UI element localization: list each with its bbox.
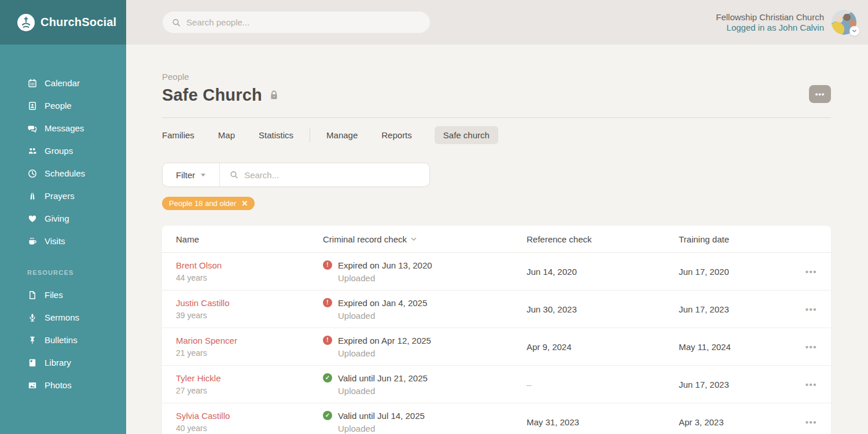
- sidebar-item-label: Photos: [45, 380, 72, 390]
- filter-label: Filter: [176, 170, 195, 180]
- sidebar-item-messages[interactable]: Messages: [27, 117, 126, 139]
- tab-group-divider: [310, 128, 310, 142]
- table-row: Brent Olson 44 years ! Expired on Jun 13…: [162, 253, 831, 290]
- page-actions-button[interactable]: •••: [809, 85, 831, 103]
- tab-reports[interactable]: Reports: [381, 126, 412, 144]
- breadcrumb: People: [162, 72, 831, 82]
- chevron-down-icon: [200, 173, 206, 177]
- page-title: Safe Church: [162, 86, 262, 105]
- person-age: 21 years: [176, 348, 323, 358]
- table-search[interactable]: [220, 170, 429, 180]
- table-row: Tyler Hickle 27 years ✓ Valid until Jun …: [162, 366, 831, 403]
- sidebar-item-files[interactable]: Files: [27, 284, 126, 306]
- column-header-reference: Reference check: [527, 234, 679, 244]
- brand-name: ChurchSocial: [41, 16, 116, 29]
- column-header-name: Name: [176, 234, 323, 244]
- praying-hands-icon: [27, 191, 37, 201]
- sidebar-item-sermons[interactable]: Sermons: [27, 306, 126, 329]
- column-header-crc[interactable]: Criminal record check: [323, 234, 527, 244]
- app-window: ChurchSocial Calendar People Messages: [0, 0, 868, 434]
- row-actions-button[interactable]: •••: [806, 304, 817, 314]
- reference-check-date: Jun 14, 2020: [527, 267, 679, 277]
- sidebar-item-label: Visits: [45, 236, 65, 246]
- sidebar: ChurchSocial Calendar People Messages: [0, 0, 126, 434]
- person-name-link[interactable]: Brent Olson: [176, 260, 323, 270]
- crc-status-text: Expired on Jan 4, 2025: [338, 298, 427, 308]
- tab-manage[interactable]: Manage: [326, 126, 358, 144]
- sidebar-item-giving[interactable]: Giving: [27, 207, 126, 230]
- sidebar-item-label: Prayers: [45, 191, 75, 201]
- person-name-link[interactable]: Sylvia Castillo: [176, 411, 323, 421]
- expired-alert-icon: !: [323, 298, 332, 307]
- sidebar-item-schedules[interactable]: Schedules: [27, 162, 126, 185]
- reference-check-date: Jun 30, 2023: [527, 304, 679, 314]
- avatar[interactable]: [832, 10, 856, 35]
- row-actions-button[interactable]: •••: [806, 417, 817, 427]
- crc-status-text: Valid until Jul 14, 2025: [338, 411, 425, 421]
- person-name-link[interactable]: Marion Spencer: [176, 336, 323, 345]
- table-body: Brent Olson 44 years ! Expired on Jun 13…: [162, 253, 831, 434]
- sidebar-item-calendar[interactable]: Calendar: [27, 72, 126, 94]
- tabs: Families Map Statistics Manage Reports S…: [162, 126, 831, 144]
- sidebar-item-people[interactable]: People: [27, 94, 126, 117]
- global-search-input[interactable]: [186, 17, 421, 27]
- account-menu[interactable]: Fellowship Christian Church Logged in as…: [716, 10, 856, 35]
- row-actions-button[interactable]: •••: [806, 267, 817, 277]
- logged-in-as[interactable]: Logged in as John Calvin: [716, 23, 824, 33]
- sidebar-item-label: Bulletins: [45, 335, 78, 345]
- page-head: People Safe Church •••: [162, 72, 831, 118]
- sidebar-item-library[interactable]: Library: [27, 351, 126, 374]
- heart-icon: [27, 214, 37, 223]
- reference-check-date: May 31, 2023: [527, 417, 679, 427]
- sidebar-item-bulletins[interactable]: Bulletins: [27, 329, 126, 351]
- remove-filter-icon[interactable]: ✕: [241, 200, 248, 207]
- reference-check-date: Apr 9, 2024: [527, 342, 679, 352]
- sidebar-item-label: Sermons: [45, 312, 79, 322]
- tab-statistics[interactable]: Statistics: [259, 126, 293, 144]
- sidebar-item-label: Schedules: [45, 168, 85, 178]
- training-date: Jun 17, 2020: [679, 267, 799, 277]
- person-name-link[interactable]: Justin Castillo: [176, 298, 323, 308]
- filter-dropdown-button[interactable]: Filter: [163, 163, 220, 186]
- filter-tag[interactable]: People 18 and older ✕: [162, 197, 255, 210]
- book-icon: [27, 358, 37, 367]
- brand-home-link[interactable]: ChurchSocial: [0, 0, 126, 45]
- row-actions-button[interactable]: •••: [806, 380, 817, 389]
- global-search[interactable]: [163, 12, 430, 33]
- crc-uploaded-text: Uploaded: [338, 311, 527, 321]
- sort-chevron-icon: [411, 237, 417, 241]
- sidebar-item-visits[interactable]: Visits: [27, 230, 126, 252]
- tab-map[interactable]: Map: [218, 126, 235, 144]
- reference-check-date: –: [527, 380, 679, 389]
- safe-church-table: Name Criminal record check Reference che…: [162, 226, 831, 434]
- churchsocial-logo-icon: [17, 14, 35, 31]
- lock-icon: [270, 90, 278, 100]
- valid-check-icon: ✓: [323, 373, 332, 382]
- training-date: Jun 17, 2023: [679, 304, 799, 314]
- pin-icon: [27, 335, 37, 345]
- sidebar-item-groups[interactable]: Groups: [27, 139, 126, 162]
- coffee-cup-icon: [27, 236, 37, 246]
- table-search-input[interactable]: [244, 170, 420, 180]
- sidebar-item-label: Messages: [45, 123, 84, 133]
- sidebar-item-photos[interactable]: Photos: [27, 374, 126, 396]
- filter-tag-label: People 18 and older: [169, 199, 236, 208]
- resources-heading: RESOURCES: [27, 261, 126, 284]
- tab-safe-church[interactable]: Safe church: [435, 126, 498, 144]
- crc-status-text: Expired on Jun 13, 2020: [338, 260, 432, 270]
- training-date: Apr 3, 2023: [679, 417, 799, 427]
- person-age: 44 years: [176, 273, 323, 282]
- filter-bar: Filter: [162, 163, 430, 187]
- sidebar-item-prayers[interactable]: Prayers: [27, 185, 126, 207]
- crc-uploaded-text: Uploaded: [338, 386, 527, 396]
- groups-icon: [27, 146, 37, 156]
- sidebar-item-label: Library: [45, 358, 71, 367]
- chevron-down-icon[interactable]: [849, 26, 859, 36]
- row-actions-button[interactable]: •••: [806, 342, 817, 352]
- sidebar-item-label: Files: [45, 290, 63, 300]
- table-header-row: Name Criminal record check Reference che…: [162, 226, 831, 253]
- tab-families[interactable]: Families: [162, 126, 194, 144]
- valid-check-icon: ✓: [323, 411, 332, 420]
- person-name-link[interactable]: Tyler Hickle: [176, 373, 323, 383]
- search-icon: [172, 18, 181, 27]
